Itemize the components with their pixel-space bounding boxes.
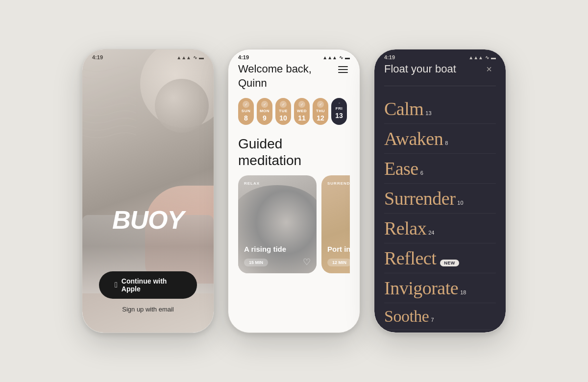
section-title-line1: Guided xyxy=(238,136,282,151)
phones-container: 4:19 ▲▲▲ ∿ ▬ BUOY  Continue with Apple … xyxy=(67,34,521,348)
mood-count-invigorate: 18 xyxy=(460,289,466,295)
hamburger-line-2 xyxy=(338,69,348,70)
mood-count-surrender: 10 xyxy=(457,200,463,206)
welcome-line1: Welcome back, xyxy=(238,62,312,76)
signal-icon: ▲▲▲ xyxy=(322,55,337,60)
mood-count-awaken: 8 xyxy=(445,140,448,146)
battery-icon: ▬ xyxy=(199,55,204,60)
check-dot: ✓ xyxy=(298,101,305,108)
battery-icon: ▬ xyxy=(345,55,350,60)
welcome-header: Welcome back, Quinn xyxy=(238,62,350,90)
card-1-duration: 15 MIN xyxy=(244,259,268,266)
sign-up-email-link[interactable]: Sign up with email xyxy=(122,306,174,313)
continue-with-apple-button[interactable]:  Continue with Apple xyxy=(99,271,197,299)
phone-1-action-buttons:  Continue with Apple Sign up with email xyxy=(82,271,214,313)
card-2-title: Port in... xyxy=(327,245,350,254)
day-number: 12 xyxy=(317,114,324,122)
mood-item-calm[interactable]: Calm 13 xyxy=(384,94,496,124)
phone-1-time: 4:19 xyxy=(92,54,103,60)
signal-icon: ▲▲▲ xyxy=(468,55,483,60)
mood-item-soothe[interactable]: Soothe 7 xyxy=(384,303,496,330)
stone-decoration-small xyxy=(155,79,209,133)
mood-count-calm: 13 xyxy=(425,110,431,116)
phone-2-status-bar: 4:19 ▲▲▲ ∿ ▬ xyxy=(228,49,360,62)
calendar-day-wed[interactable]: ✓ WED 11 xyxy=(294,98,310,125)
hamburger-line-1 xyxy=(338,66,348,67)
calendar-day-tue[interactable]: ✓ TUE 10 xyxy=(275,98,291,125)
day-number: 10 xyxy=(279,114,287,122)
section-title-line2: meditation xyxy=(238,153,301,168)
welcome-text-block: Welcome back, Quinn xyxy=(238,62,312,90)
mood-item-ease[interactable]: Ease 6 xyxy=(384,154,496,184)
day-name: WED xyxy=(297,109,307,113)
mood-name-awaken: Awaken xyxy=(384,128,443,149)
hamburger-line-3 xyxy=(338,72,348,73)
float-your-boat-title: Float your boat xyxy=(384,63,456,75)
calendar-day-thu[interactable]: ✓ THU 12 xyxy=(313,98,328,125)
mood-item-relax[interactable]: Relax 24 xyxy=(384,214,496,243)
apple-icon:  xyxy=(115,281,118,289)
phone-2-content: Welcome back, Quinn ✓ SUN 8 xyxy=(228,62,360,273)
phone-1-screen: 4:19 ▲▲▲ ∿ ▬ BUOY  Continue with Apple … xyxy=(82,49,214,333)
phone-2-screen: 4:19 ▲▲▲ ∿ ▬ Welcome back, Quinn xyxy=(228,49,360,333)
day-number: 8 xyxy=(244,114,248,122)
mood-item-reflect[interactable]: Reflect NEW xyxy=(384,243,496,273)
card-1-favorite-button[interactable]: ♡ xyxy=(303,257,311,267)
check-dot: ✓ xyxy=(317,101,324,108)
wifi-icon: ∿ xyxy=(339,55,343,60)
phone-3-status-icons: ▲▲▲ ∿ ▬ xyxy=(468,55,496,60)
mood-item-invigorate[interactable]: Invigorate 18 xyxy=(384,273,496,303)
day-number: 13 xyxy=(335,112,343,119)
mood-name-soothe: Soothe xyxy=(384,307,429,326)
calendar-strip: ✓ SUN 8 ✓ MON 9 ✓ TUE 10 ✓ xyxy=(238,98,350,125)
mood-count-relax: 24 xyxy=(428,230,434,236)
calendar-day-mon[interactable]: ✓ MON 9 xyxy=(257,98,272,125)
card-2-duration: 12 MIN xyxy=(327,259,350,266)
phone-1-buoy-splash: 4:19 ▲▲▲ ∿ ▬ BUOY  Continue with Apple … xyxy=(82,49,214,333)
phone-2-time: 4:19 xyxy=(238,54,249,60)
buoy-app-logo: BUOY xyxy=(82,205,214,235)
close-button[interactable]: × xyxy=(482,62,496,76)
phone-2-dashboard: 4:19 ▲▲▲ ∿ ▬ Welcome back, Quinn xyxy=(228,49,360,333)
float-your-boat-header: Float your boat × xyxy=(384,62,496,76)
meditation-cards-row: RELAX A rising tide 15 MIN ♡ SURRENDER P… xyxy=(238,175,350,273)
meditation-card-port[interactable]: SURRENDER Port in... 12 MIN ♡ xyxy=(321,175,350,273)
day-number: 9 xyxy=(263,114,267,122)
mood-count-soothe: 7 xyxy=(431,317,434,323)
phone-1-status-bar: 4:19 ▲▲▲ ∿ ▬ xyxy=(82,49,214,62)
calendar-day-fri-today[interactable]: ··· FRI 13 xyxy=(331,98,347,125)
signal-icon: ▲▲▲ xyxy=(176,55,191,60)
mood-item-awaken[interactable]: Awaken 8 xyxy=(384,124,496,154)
calendar-day-sun[interactable]: ✓ SUN 8 xyxy=(238,98,254,125)
mood-item-surrender[interactable]: Surrender 10 xyxy=(384,184,496,214)
mood-count-ease: 6 xyxy=(420,170,423,176)
new-badge-reflect: NEW xyxy=(440,260,459,266)
mood-name-invigorate: Invigorate xyxy=(384,277,458,299)
phone-1-status-icons: ▲▲▲ ∿ ▬ xyxy=(176,55,204,60)
welcome-line2: Quinn xyxy=(238,76,312,91)
mood-name-calm: Calm xyxy=(384,98,423,119)
header-divider xyxy=(384,86,496,86)
check-dot: ✓ xyxy=(280,101,287,108)
mood-name-reflect: Reflect xyxy=(384,247,436,269)
day-name: SUN xyxy=(242,109,250,113)
menu-button[interactable] xyxy=(336,64,350,75)
card-2-tag: SURRENDER xyxy=(327,181,350,186)
phone-3-content: Float your boat × Calm 13 Awaken 8 Ea xyxy=(374,62,506,330)
phone-3-status-bar: 4:19 ▲▲▲ ∿ ▬ xyxy=(374,49,506,62)
wifi-icon: ∿ xyxy=(485,55,489,60)
card-1-title: A rising tide xyxy=(244,245,311,254)
phone-3-screen: 4:19 ▲▲▲ ∿ ▬ Float your boat × Calm xyxy=(374,49,506,333)
day-name: MON xyxy=(260,109,270,113)
mood-name-ease: Ease xyxy=(384,158,418,179)
wifi-icon: ∿ xyxy=(193,55,197,60)
phone-3-time: 4:19 xyxy=(384,54,395,60)
mood-name-surrender: Surrender xyxy=(384,188,455,209)
wavy-lines-decoration xyxy=(82,59,136,157)
battery-icon: ▬ xyxy=(491,55,496,60)
card-1-tag: RELAX xyxy=(244,181,260,186)
meditation-card-rising-tide[interactable]: RELAX A rising tide 15 MIN ♡ xyxy=(238,175,317,273)
day-name: THU xyxy=(316,109,325,113)
section-title-guided-meditation: Guided meditation xyxy=(238,136,350,168)
mood-category-list: Calm 13 Awaken 8 Ease 6 Surrender 10 xyxy=(384,94,496,330)
